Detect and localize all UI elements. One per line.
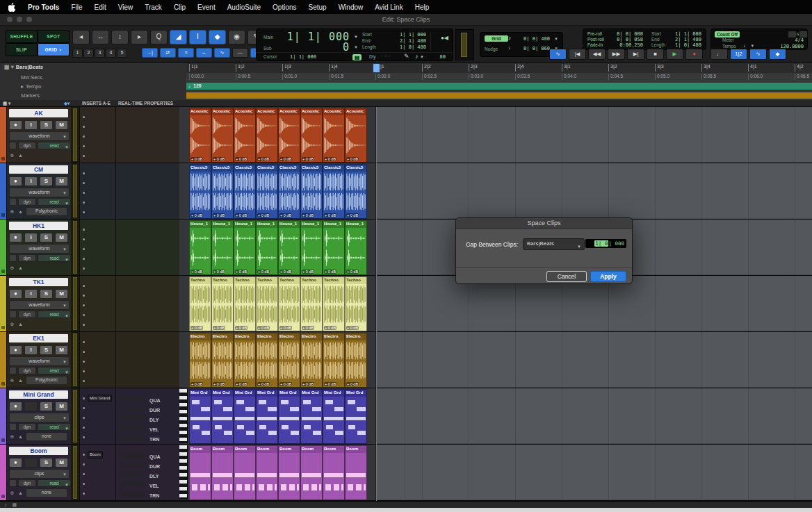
dialog-title[interactable]: Space Clips: [456, 218, 632, 229]
patch-selector[interactable]: none: [26, 488, 67, 497]
track-mute-button[interactable]: M: [55, 458, 68, 468]
clip-cm[interactable]: Classic5+ 0 dB: [189, 164, 211, 219]
fadein-value[interactable]: 0:00.250: [612, 42, 643, 48]
menu-item-event[interactable]: Event: [197, 3, 216, 11]
menu-item-options[interactable]: Options: [273, 3, 296, 11]
insert-slot[interactable]: [83, 187, 88, 195]
property-row[interactable]: DUR: [120, 402, 160, 410]
insert-slot[interactable]: [83, 280, 88, 288]
markers-ruler-label[interactable]: Markers+: [21, 92, 207, 99]
toolbar-option-icon[interactable]: [788, 31, 797, 38]
rewind-button[interactable]: ◀◀: [588, 49, 606, 60]
app-name[interactable]: Pro Tools: [28, 3, 59, 11]
automation-dot-icon[interactable]: [9, 367, 17, 374]
insert-slot[interactable]: [83, 197, 88, 204]
clip-tk1[interactable]: Techno+ 0 dB: [211, 276, 234, 331]
menu-item-file[interactable]: File: [71, 3, 82, 11]
clip-ek1[interactable]: Electro_+ 0 dB: [211, 333, 234, 388]
insert-slot[interactable]: [83, 299, 88, 307]
clip-hk1[interactable]: House_1+ 0 dB: [345, 220, 367, 275]
view-selector-icon[interactable]: ◆▾: [64, 101, 70, 106]
automation-mode-selector[interactable]: read▼: [38, 479, 71, 487]
slip-mode-button[interactable]: SLIP: [6, 43, 38, 56]
track-mute-button[interactable]: M: [55, 345, 68, 355]
automation-dot-icon[interactable]: [9, 311, 17, 318]
clip-ak[interactable]: Acoustic+ 0 dB: [211, 108, 234, 163]
apple-icon[interactable]: [8, 3, 16, 12]
clip-ak[interactable]: Acoustic+ 0 dB: [345, 108, 367, 163]
clip-ek1[interactable]: Electro_+ 0 dB: [256, 333, 278, 388]
grid-note-icon[interactable]: ♪: [508, 35, 511, 41]
insert-slot[interactable]: Boom: [83, 449, 103, 456]
postroll-value[interactable]: 0| 0| 058: [612, 37, 643, 42]
automation-dot-icon[interactable]: [9, 479, 17, 487]
cancel-button[interactable]: Cancel: [546, 271, 587, 282]
automation-mode-selector[interactable]: read▼: [38, 423, 71, 431]
nudge-note-icon[interactable]: ♩: [508, 44, 514, 51]
track-view-selector[interactable]: waveform▼: [9, 131, 70, 141]
clip-cm[interactable]: Classic5+ 0 dB: [278, 164, 300, 219]
track-view-selector[interactable]: clips▼: [9, 413, 70, 422]
preroll-value[interactable]: 0| 0| 000: [612, 31, 643, 37]
empty-arrange-area[interactable]: [375, 276, 812, 331]
track-name[interactable]: CM: [9, 165, 68, 174]
trim-tool[interactable]: ◢: [170, 30, 187, 44]
track-lane[interactable]: Electro_+ 0 dBElectro_+ 0 dBElectro_+ 0 …: [179, 332, 812, 388]
selector-tool[interactable]: I: [189, 30, 206, 44]
zoom-in-button[interactable]: ▸: [131, 30, 148, 44]
timeline-insertion-chip[interactable]: ▮▮: [352, 54, 362, 60]
insert-slot[interactable]: [83, 290, 88, 297]
tempo-event-marker[interactable]: ♩120: [188, 83, 202, 88]
elastic-audio-icon[interactable]: ⊕: [9, 208, 15, 215]
automation-mode-selector[interactable]: read▼: [38, 311, 71, 318]
track-solo-button[interactable]: S: [40, 458, 53, 468]
track-solo-button[interactable]: S: [40, 289, 53, 299]
gap-value-field[interactable]: 1| 0| 000: [585, 239, 626, 248]
track-record-button[interactable]: ●: [9, 458, 22, 468]
clip-tk1[interactable]: Techno+ 0 dB: [234, 276, 256, 331]
tab-to-transient-button[interactable]: →|: [142, 48, 158, 58]
chevron-down-icon[interactable]: ▼: [354, 45, 358, 49]
track-view-selector[interactable]: clips▼: [9, 469, 70, 479]
track-list-menu-icon[interactable]: ▦ ▾: [3, 101, 10, 106]
insert-slot[interactable]: [83, 140, 88, 148]
track-lane[interactable]: Mini GrdMini GrdMini GrdMini GrdMini Grd…: [179, 388, 812, 444]
clip-mini-grand[interactable]: Mini Grd: [278, 389, 300, 444]
grid-value[interactable]: 0| 0| 480: [517, 36, 550, 42]
tempo-label[interactable]: Tempo: [722, 44, 736, 49]
property-row[interactable]: TRN: [120, 431, 159, 439]
link-track-edit-button[interactable]: ≡: [178, 48, 194, 58]
clip-ak[interactable]: Acoustic+ 0 dB: [300, 108, 323, 163]
track-lane[interactable]: Acoustic+ 0 dBAcoustic+ 0 dBAcoustic+ 0 …: [179, 107, 812, 163]
property-row[interactable]: QUA: [120, 393, 161, 400]
grid-mode-button[interactable]: GRID▼: [38, 43, 70, 56]
chevron-down-icon[interactable]: ▼: [554, 37, 558, 41]
clip-hk1[interactable]: House_1+ 0 dB: [234, 220, 256, 275]
insert-slot[interactable]: [83, 263, 88, 270]
start-value[interactable]: 1| 1| 000: [669, 31, 701, 37]
insert-slot[interactable]: [83, 206, 88, 214]
insert-slot[interactable]: [83, 121, 88, 129]
elastic-audio-icon[interactable]: ⊕: [9, 433, 15, 440]
automation-mode-selector[interactable]: read▼: [38, 142, 71, 149]
shuffle-mode-button[interactable]: SHUFFLE: [6, 30, 38, 43]
insert-slot[interactable]: [83, 459, 88, 466]
empty-arrange-area[interactable]: [375, 107, 812, 163]
metronome-button[interactable]: ♩: [710, 49, 728, 60]
property-row[interactable]: DLY: [120, 412, 159, 420]
clip-tk1[interactable]: Techno+ 0 dB: [345, 276, 367, 331]
clip-hk1[interactable]: House_1+ 0 dB: [256, 220, 278, 275]
insert-slot[interactable]: [83, 356, 88, 363]
clip-boom[interactable]: Boom: [323, 445, 345, 500]
clip-mini-grand[interactable]: Mini Grd: [345, 389, 367, 444]
property-row[interactable]: DLY: [120, 468, 159, 476]
insert-slot[interactable]: [83, 375, 88, 383]
clip-ak[interactable]: Acoustic+ 0 dB: [278, 108, 300, 163]
insert-slot[interactable]: [83, 131, 88, 138]
property-row[interactable]: TRN: [120, 488, 159, 495]
automation-dot-icon[interactable]: [9, 142, 17, 149]
resolution-value[interactable]: 80: [432, 54, 446, 60]
property-row[interactable]: DUR: [120, 459, 160, 466]
go-to-end-button[interactable]: ▶|: [627, 49, 644, 60]
property-row[interactable]: VEL: [120, 422, 159, 429]
